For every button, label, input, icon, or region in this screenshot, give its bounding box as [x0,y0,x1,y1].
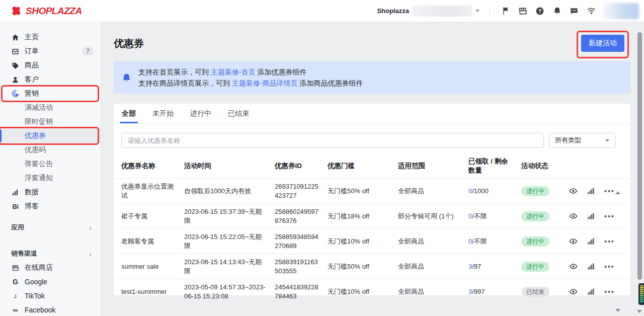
scrollbar-down-arrow[interactable] [637,310,642,313]
view-icon[interactable] [569,237,578,246]
sidebar-item-float-notice[interactable]: 浮窗通知 [0,171,101,185]
table-row: test1-summmer 2023-05-09 14:57:33~2023-0… [114,279,630,304]
divider [490,6,490,16]
sidebar-item-analytics[interactable]: 数据 [0,185,101,199]
account-switcher[interactable]: Shoplazza [377,6,479,17]
main-content: 优惠券 新建活动 支持在首页展示，可到 主题装修-首页 添加优惠券组件 支持在商… [101,22,644,316]
marketing-icon [11,90,20,98]
coupon-id: 258859348594270689 [275,232,328,251]
stats-icon[interactable] [587,263,595,270]
orders-count-badge: 7 [82,47,94,56]
sidebar-item-google[interactable]: G Google [0,275,101,289]
sidebar-item-orders[interactable]: 订单 7 [0,44,101,58]
status-badge: 进行中 [521,236,549,247]
coupon-scope: 全部商品 [398,237,468,246]
chat-icon[interactable] [566,3,583,20]
coupon-search-input[interactable] [121,133,544,148]
sidebar-section-apps[interactable]: 应用 › [0,220,101,234]
stats-icon[interactable] [587,238,595,245]
tab-ended[interactable]: 已结束 [228,104,249,123]
banner-text-segment: 支持在首页展示，可到 [138,68,211,76]
brand-logo: SHOPLAZZA [10,5,82,17]
coupon-scope: 全部商品 [398,287,468,296]
sidebar-item-label: 博客 [25,202,39,211]
coupon-threshold: 无门槛10% off [328,237,398,246]
coupon-scope: 全部商品 [398,187,468,196]
sidebar-item-online-store[interactable]: 在线商店 [0,261,101,275]
new-activity-button[interactable]: 新建活动 [581,35,624,52]
sidebar-section-sales-channels[interactable]: 销售渠道 › [0,247,101,261]
sidebar-item-facebook[interactable]: ∞ Facebook [0,303,101,316]
home-icon [11,34,20,41]
stats-icon[interactable] [587,212,595,220]
coupon-time: 自领取后1000天内有效 [184,187,275,196]
brand-name: SHOPLAZZA [26,6,82,17]
remain-count: /997 [472,288,485,295]
sidebar-item-label: 主页 [25,33,39,42]
sidebar-item-tiktok[interactable]: ♪ TikTok [0,289,101,303]
section-label: 销售渠道 [11,249,37,258]
wifi-icon[interactable] [583,3,600,20]
sidebar-item-home[interactable]: 主页 [0,30,101,44]
banner-text-segment: 添加优惠券组件 [256,68,307,76]
more-actions-icon[interactable]: ••• [604,290,615,294]
sidebar-item-discount-codes[interactable]: 优惠码 [0,143,101,157]
sidebar-item-label: 优惠码 [25,145,46,154]
theme-home-link[interactable]: 主题装修-首页 [211,68,256,76]
help-icon[interactable]: ? [531,3,548,20]
view-icon[interactable] [569,187,578,195]
more-actions-icon[interactable]: ••• [604,265,615,269]
more-actions-icon[interactable]: ••• [604,240,615,244]
performance-overlay [638,283,644,305]
table-row: 优惠券显示位置测试 自领取后1000天内有效 26937109122542372… [114,178,630,203]
storefront-icon [11,264,20,272]
more-actions-icon[interactable]: ••• [604,189,615,193]
status-badge: 进行中 [521,262,549,272]
customer-icon [11,76,20,84]
sidebar-item-label: TikTok [25,292,45,300]
coupon-claimed: 3/97 [468,262,521,271]
tab-in-progress[interactable]: 进行中 [190,104,211,123]
tab-not-started[interactable]: 未开始 [152,104,174,123]
scrollbar-thumb[interactable] [637,32,642,280]
redacted-avatar[interactable] [604,3,639,19]
storefront-icon[interactable] [514,3,531,20]
sidebar-item-label: 弹窗公告 [25,160,53,169]
coupon-time: 2023-06-15 14:13:43~无期限 [184,258,275,276]
page-title: 优惠券 [114,37,144,50]
chevron-right-icon: › [89,250,92,258]
view-icon[interactable] [569,287,578,296]
flag-icon[interactable] [497,3,514,20]
banner-line-2: 支持在商品详情页展示，可到 主题装修-商品详情页 添加商品优惠券组件 [138,77,363,89]
banner-text-segment: 支持在商品详情页展示，可到 [138,79,232,87]
sidebar-item-blog[interactable]: Bi 博客 [0,199,101,213]
view-icon[interactable] [569,262,578,271]
bell-icon[interactable] [548,3,566,20]
sidebar-item-popup-notice[interactable]: 弹窗公告 [0,157,101,171]
sidebar-item-label: 数据 [25,188,39,197]
sidebar-item-flash-sale[interactable]: 限时促销 [0,115,101,129]
sidebar-item-full-reduction[interactable]: 满减活动 [0,101,101,115]
table-scroll-down-arrow[interactable] [615,309,620,312]
sidebar-item-marketing[interactable]: 营销 [0,87,101,101]
table-scroll-up-arrow[interactable] [615,191,620,194]
sidebar-item-label: 客户 [25,75,39,84]
theme-product-page-link[interactable]: 主题装修-商品详情页 [232,79,298,87]
stats-icon[interactable] [587,288,595,295]
view-icon[interactable] [569,212,578,220]
coupon-name: 优惠券显示位置测试 [121,182,184,200]
svg-text:?: ? [538,8,541,14]
tab-all[interactable]: 全部 [122,104,136,123]
status-tabs: 全部 未开始 进行中 已结束 [114,104,630,124]
sidebar-item-label: 优惠券 [25,131,46,140]
table-row: 老顾客专属 2023-06-15 15:22:05~无期限 2588593485… [114,228,630,254]
sidebar-item-products[interactable]: 商品 [0,58,101,72]
sidebar-item-customers[interactable]: 客户 [0,72,101,87]
coupon-threshold: 无门槛50% off [328,262,398,271]
remain-count: /不限 [472,238,487,245]
type-filter-select[interactable]: 所有类型 [549,133,615,148]
more-actions-icon[interactable]: ••• [604,214,615,218]
orders-icon [11,48,20,55]
stats-icon[interactable] [587,187,595,195]
sidebar-item-coupons[interactable]: 优惠券 [0,129,101,143]
